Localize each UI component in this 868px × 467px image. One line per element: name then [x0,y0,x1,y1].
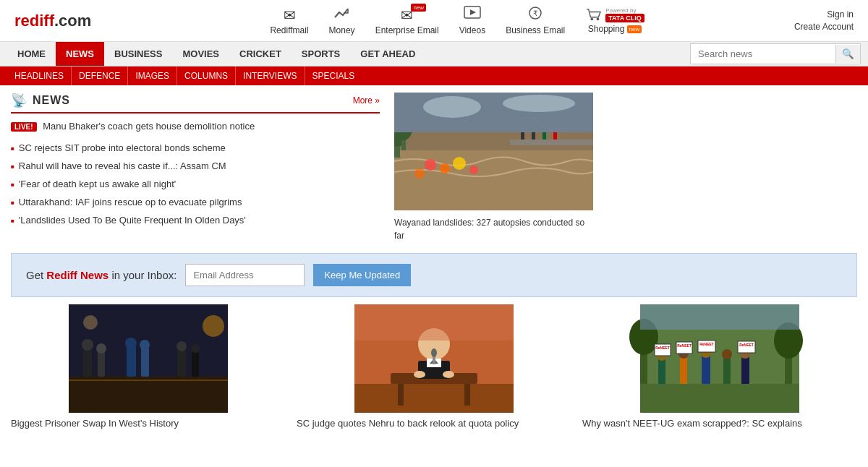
search-box: 🔍 [690,43,861,64]
svg-rect-30 [69,377,228,413]
svg-text:ReNEET: ReNEET [655,346,670,350]
wayanad-image [394,93,593,210]
nav-cricket[interactable]: CRICKET [229,42,292,66]
header-nav-rediffmail[interactable]: ✉ Rediffmail [270,7,308,35]
list-item: ■ SC rejects SIT probe into electoral bo… [11,139,380,157]
news-title: 📡 NEWS [11,93,70,108]
header-nav-business-email[interactable]: ₹ Business Email [506,6,565,35]
card-2-caption: SC judge quotes Nehru to back relook at … [297,417,571,430]
svg-point-10 [453,157,466,170]
nav-business[interactable]: BUSINESS [104,42,172,66]
header-nav-shopping[interactable]: Powered by TATA CLIQ Shopping new [585,7,644,34]
sub-nav-images[interactable]: IMAGES [128,67,177,85]
svg-rect-47 [354,384,514,413]
newsletter-submit-button[interactable]: Keep Me Updated [313,264,411,286]
sub-nav-headlines[interactable]: HEADLINES [7,67,72,85]
live-badge: LIVE! [11,122,37,132]
svg-point-43 [203,315,224,337]
news-item-link[interactable]: Uttarakhand: IAF joins rescue op to evac… [19,197,242,207]
card-3-caption: Why wasn't NEET-UG exam scrapped?: SC ex… [582,417,857,430]
card-3-image[interactable]: ReNEET ReNEET ReNEET ReNEET [582,304,857,413]
news-item-link[interactable]: SC rejects SIT probe into electoral bond… [19,142,226,153]
newsletter-text: Get Rediff News in your Inbox: [26,269,176,281]
play-icon [464,6,481,24]
sub-nav-specials[interactable]: SPECIALS [305,67,362,85]
sub-nav-defence[interactable]: DEFENCE [72,67,128,85]
create-account-link[interactable]: Create Account [794,22,854,32]
news-more-link[interactable]: More » [353,95,380,106]
svg-rect-60 [640,384,799,413]
svg-point-27 [423,96,481,118]
newsletter-email-input[interactable] [185,264,305,286]
svg-text:ReNEET: ReNEET [739,343,754,347]
svg-point-12 [414,168,425,179]
svg-rect-49 [398,384,404,406]
svg-marker-1 [470,9,476,15]
money-chart-icon [333,6,351,24]
svg-point-32 [82,339,93,351]
svg-point-4 [591,17,594,20]
bottom-cards-section: Biggest Prisoner Swap In West's History [0,304,868,445]
bullet-icon: ■ [11,163,14,170]
bottom-card-2: SC judge quotes Nehru to back relook at … [297,304,571,430]
bullet-icon: ■ [11,200,14,206]
list-item: ■ Rahul will have to reveal his caste if… [11,157,380,175]
nav-sports[interactable]: SPORTS [292,42,350,66]
live-item: LIVE! Manu Bhaker's coach gets house dem… [11,121,380,132]
svg-rect-83 [640,304,799,330]
list-item: ■ Uttarakhand: IAF joins rescue op to ev… [11,193,380,211]
svg-point-34 [96,343,106,354]
header-nav-videos[interactable]: Videos [459,6,485,35]
svg-rect-35 [127,346,136,377]
nav-home[interactable]: HOME [7,42,56,66]
svg-rect-50 [464,384,470,406]
svg-rect-58 [354,304,514,340]
news-item-link[interactable]: 'Fear of death kept us awake all night' [19,179,176,189]
bottom-card-3: ReNEET ReNEET ReNEET ReNEET [582,304,857,430]
svg-rect-33 [98,351,105,377]
svg-rect-79 [741,356,749,384]
newsletter-section: Get Rediff News in your Inbox: Keep Me U… [11,253,857,297]
news-list: ■ SC rejects SIT probe into electoral bo… [11,139,380,229]
header-nav-enterprise-email[interactable]: ✉new Enterprise Email [375,7,439,35]
logo[interactable]: rediff.com [14,12,91,30]
nav-get-ahead[interactable]: GET AHEAD [350,42,425,66]
card-2-image[interactable] [297,304,571,413]
news-section: 📡 NEWS More » LIVE! Manu Bhaker's coach … [11,93,380,242]
card-1-image[interactable] [11,304,286,413]
header: rediff.com ✉ Rediffmail Money ✉new Enter… [0,0,868,42]
search-input[interactable] [691,44,835,64]
envelope-icon: ✉ [284,7,296,24]
nav-movies[interactable]: MOVIES [172,42,229,66]
featured-image[interactable] [394,93,597,213]
svg-rect-39 [177,349,186,377]
nav-news[interactable]: NEWS [56,42,104,66]
svg-rect-41 [192,351,199,377]
svg-point-44 [83,315,98,330]
main-content-area: 📡 NEWS More » LIVE! Manu Bhaker's coach … [0,85,868,249]
list-item: ■ 'Fear of death kept us awake all night… [11,175,380,193]
header-nav-money[interactable]: Money [329,6,355,35]
sub-nav: HEADLINES DEFENCE IMAGES COLUMNS INTERVI… [0,67,868,85]
svg-rect-69 [680,356,687,384]
news-item-link[interactable]: Rahul will have to reveal his caste if..… [19,160,226,171]
news-item-link[interactable]: 'Landslides Used To Be Quite Frequent In… [19,215,246,226]
featured-image-section: Wayanad landslides: 327 autopsies conduc… [394,93,597,242]
svg-point-38 [140,340,150,350]
live-headline-link[interactable]: Manu Bhaker's coach gets house demolitio… [43,121,255,132]
svg-rect-37 [141,348,149,377]
svg-text:ReNEET: ReNEET [677,343,692,348]
search-button[interactable]: 🔍 [835,45,860,63]
svg-text:ReNEET: ReNEET [699,342,714,346]
header-account: Sign in Create Account [794,9,854,32]
rupee-icon: ₹ [527,6,544,24]
svg-text:₹: ₹ [533,9,537,17]
sub-nav-interviews[interactable]: INTERVIEWS [236,67,305,85]
card-1-caption: Biggest Prisoner Swap In West's History [11,417,286,430]
sign-in-link[interactable]: Sign in [827,9,854,20]
svg-point-56 [414,371,425,378]
svg-point-11 [469,166,478,174]
bottom-card-1: Biggest Prisoner Swap In West's History [11,304,286,430]
sub-nav-columns[interactable]: COLUMNS [177,67,236,85]
svg-point-28 [503,95,575,112]
